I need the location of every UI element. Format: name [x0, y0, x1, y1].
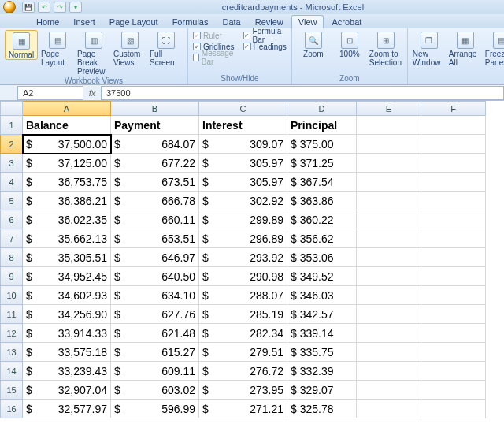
cell[interactable]: $33,239.43	[23, 362, 111, 381]
cell[interactable]	[357, 210, 421, 229]
grid[interactable]: A B C D E F 1 Balance Payment Interest P…	[0, 101, 486, 418]
normal-view-button[interactable]: ▦Normal	[5, 30, 38, 60]
cell[interactable]	[421, 135, 486, 154]
cell[interactable]	[357, 116, 421, 135]
cell[interactable]: $309.07	[199, 135, 287, 154]
row-header[interactable]: 10	[1, 286, 23, 305]
cell[interactable]	[421, 229, 486, 248]
cell[interactable]	[357, 400, 421, 418]
cell[interactable]: $ 371.25	[287, 154, 357, 173]
cell[interactable]	[421, 154, 486, 173]
qat-more-icon[interactable]: ▾	[69, 2, 82, 13]
cell[interactable]: $33,914.33	[23, 324, 111, 343]
tab-acrobat[interactable]: Acrobat	[325, 16, 368, 28]
cell[interactable]	[357, 305, 421, 324]
cell[interactable]: $34,256.90	[23, 305, 111, 324]
cell[interactable]	[421, 248, 486, 267]
cell[interactable]	[421, 362, 486, 381]
cell[interactable]: $273.95	[199, 381, 287, 400]
row-header[interactable]: 11	[1, 305, 23, 324]
cell[interactable]: $609.11	[111, 362, 199, 381]
row-header[interactable]: 1	[1, 116, 23, 135]
cell[interactable]: $34,602.93	[23, 286, 111, 305]
cell[interactable]: $677.22	[111, 154, 199, 173]
cell[interactable]	[421, 400, 486, 418]
row-header[interactable]: 14	[1, 362, 23, 381]
cell[interactable]	[421, 116, 486, 135]
row-header[interactable]: 2	[1, 135, 23, 154]
cell[interactable]: $646.97	[111, 248, 199, 267]
tab-data[interactable]: Data	[216, 16, 246, 28]
cell[interactable]: $640.50	[111, 267, 199, 286]
tab-formulas[interactable]: Formulas	[166, 16, 215, 28]
headings-checkbox[interactable]: ✓Headings	[243, 41, 287, 52]
cell[interactable]	[357, 173, 421, 192]
cell[interactable]: Payment	[111, 116, 199, 135]
cell[interactable]: $ 349.52	[287, 267, 357, 286]
cell[interactable]: $36,753.75	[23, 173, 111, 192]
qat-redo-icon[interactable]: ↷	[54, 2, 66, 13]
zoom-selection-button[interactable]: ⊞Zoom to Selection	[369, 30, 402, 67]
cell[interactable]: $36,386.21	[23, 192, 111, 210]
cell[interactable]	[357, 324, 421, 343]
cell[interactable]: $35,305.51	[23, 248, 111, 267]
tab-insert[interactable]: Insert	[67, 16, 102, 28]
new-window-button[interactable]: ❐New Window	[413, 30, 446, 67]
cell[interactable]: $ 363.86	[287, 192, 357, 210]
cell[interactable]: Interest	[199, 116, 287, 135]
cell[interactable]: $615.27	[111, 343, 199, 362]
cell[interactable]	[421, 305, 486, 324]
tab-home[interactable]: Home	[30, 16, 65, 28]
row-header[interactable]: 8	[1, 248, 23, 267]
cell[interactable]: $ 332.39	[287, 362, 357, 381]
cell[interactable]: $684.07	[111, 135, 199, 154]
cell[interactable]: $282.34	[199, 324, 287, 343]
cell[interactable]: $32,907.04	[23, 381, 111, 400]
cell[interactable]: $37,125.00	[23, 154, 111, 173]
cell[interactable]: $293.92	[199, 248, 287, 267]
page-break-preview-button[interactable]: ▥Page Break Preview	[77, 30, 110, 76]
cell[interactable]: $302.92	[199, 192, 287, 210]
cell[interactable]: $279.51	[199, 343, 287, 362]
row-header[interactable]: 6	[1, 210, 23, 229]
cell[interactable]	[357, 192, 421, 210]
cell[interactable]: $296.89	[199, 229, 287, 248]
worksheet[interactable]: A B C D E F 1 Balance Payment Interest P…	[0, 101, 504, 418]
cell[interactable]: $596.99	[111, 400, 199, 418]
cell[interactable]	[421, 324, 486, 343]
row-header[interactable]: 3	[1, 154, 23, 173]
cell[interactable]: $653.51	[111, 229, 199, 248]
row-header[interactable]: 13	[1, 343, 23, 362]
cell[interactable]	[357, 286, 421, 305]
cell[interactable]: $36,022.35	[23, 210, 111, 229]
cell[interactable]: $ 353.06	[287, 248, 357, 267]
cell[interactable]: $33,575.18	[23, 343, 111, 362]
cell[interactable]: $ 367.54	[287, 173, 357, 192]
col-header-f[interactable]: F	[421, 102, 486, 116]
qat-undo-icon[interactable]: ↶	[38, 2, 50, 13]
row-header[interactable]: 9	[1, 267, 23, 286]
arrange-all-button[interactable]: ▦Arrange All	[449, 30, 482, 67]
cell[interactable]: $634.10	[111, 286, 199, 305]
cell[interactable]: Principal	[287, 116, 357, 135]
cell[interactable]: $ 339.14	[287, 324, 357, 343]
qat-save-icon[interactable]: 💾	[22, 2, 35, 13]
cell[interactable]	[357, 248, 421, 267]
cell[interactable]: $276.72	[199, 362, 287, 381]
page-layout-button[interactable]: ▤Page Layout	[41, 30, 74, 67]
cell[interactable]	[421, 267, 486, 286]
cell[interactable]: $35,662.13	[23, 229, 111, 248]
cell[interactable]: $ 335.75	[287, 343, 357, 362]
col-header-b[interactable]: B	[111, 102, 199, 116]
name-box[interactable]: A2	[17, 86, 83, 100]
row-header[interactable]: 12	[1, 324, 23, 343]
cell[interactable]: $673.51	[111, 173, 199, 192]
col-header-e[interactable]: E	[357, 102, 421, 116]
cell[interactable]: $ 375.00	[287, 135, 357, 154]
cell[interactable]	[421, 286, 486, 305]
cell[interactable]: $37,500.00	[23, 135, 111, 154]
tab-review[interactable]: Review	[249, 16, 290, 28]
cell[interactable]: $299.89	[199, 210, 287, 229]
tab-view[interactable]: View	[291, 15, 324, 28]
cell[interactable]	[357, 135, 421, 154]
